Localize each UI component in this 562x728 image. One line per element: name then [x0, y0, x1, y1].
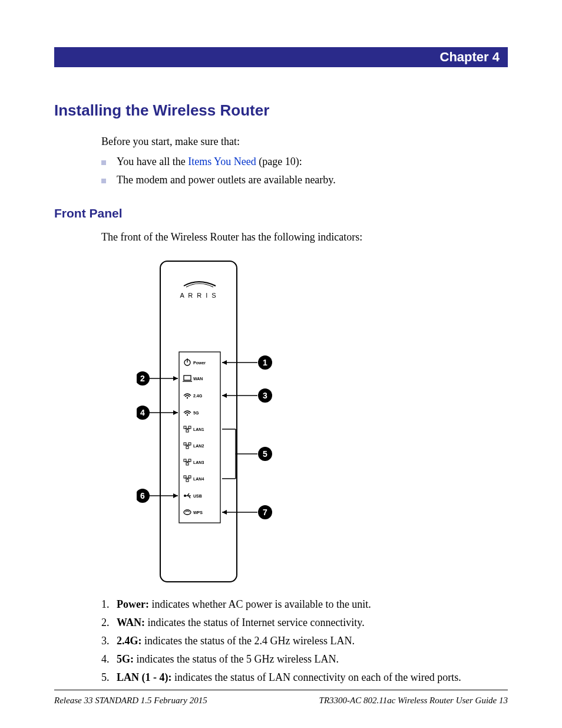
- list-item: 4. 5G: indicates the status of the 5 GHz…: [101, 653, 508, 666]
- footer-right: TR3300-AC 802.11ac Wireless Router User …: [319, 696, 508, 706]
- svg-text:5: 5: [263, 449, 267, 459]
- svg-text:LAN2: LAN2: [193, 444, 204, 448]
- chapter-bar: Chapter 4: [54, 47, 508, 67]
- list-label: 5G:: [117, 653, 134, 665]
- intro-text: Before you start, make sure that:: [101, 134, 508, 150]
- footer-left: Release 33 STANDARD 1.5 February 2015: [54, 696, 207, 706]
- list-text: indicates the status of the 5 GHz wirele…: [134, 653, 339, 665]
- svg-text:USB: USB: [193, 494, 202, 498]
- svg-text:WAN: WAN: [193, 377, 203, 381]
- list-number: 5.: [101, 671, 117, 684]
- svg-text:Power: Power: [193, 361, 206, 365]
- list-item: The modem and power outlets are availabl…: [101, 174, 508, 186]
- page: Chapter 4 Installing the Wireless Router…: [0, 0, 562, 728]
- svg-text:2: 2: [140, 374, 145, 383]
- list-item: 3. 2.4G: indicates the status of the 2.4…: [101, 635, 508, 647]
- list-item: 1. Power: indicates whether AC power is …: [101, 598, 508, 611]
- page-title: Installing the Wireless Router: [54, 101, 508, 120]
- bullet-icon: [101, 160, 106, 165]
- section-heading: Front Panel: [54, 206, 508, 220]
- list-label: WAN:: [117, 617, 145, 628]
- list-text: indicates the status of the 2.4 GHz wire…: [142, 635, 355, 647]
- svg-text:LAN4: LAN4: [193, 477, 204, 481]
- svg-text:LAN3: LAN3: [193, 460, 204, 465]
- list-text: indicates the status of Internet service…: [145, 617, 365, 628]
- list-label: 2.4G:: [117, 635, 142, 647]
- svg-point-10: [187, 414, 188, 416]
- list-number: 2.: [101, 617, 117, 629]
- numbered-list: 1. Power: indicates whether AC power is …: [101, 598, 508, 684]
- list-number: 3.: [101, 635, 117, 647]
- svg-text:5G: 5G: [193, 411, 199, 415]
- footer-rule: [54, 690, 508, 690]
- svg-text:4: 4: [140, 408, 145, 417]
- svg-text:7: 7: [263, 508, 267, 517]
- footer: Release 33 STANDARD 1.5 February 2015 TR…: [54, 696, 508, 706]
- bullet-text: The modem and power outlets are availabl…: [117, 174, 336, 186]
- list-label: LAN (1 - 4):: [117, 671, 171, 683]
- svg-text:LAN1: LAN1: [193, 427, 204, 431]
- bullet-text: (page 10):: [256, 156, 302, 167]
- bullet-icon: [101, 179, 106, 183]
- list-number: 1.: [101, 598, 117, 611]
- chapter-label: Chapter 4: [440, 50, 500, 65]
- svg-point-8: [187, 397, 188, 398]
- brand-text: A R R I S: [180, 292, 217, 299]
- svg-text:WPS: WPS: [193, 510, 203, 515]
- list-text: indicates whether AC power is available …: [149, 598, 371, 610]
- list-item: 5. LAN (1 - 4): indicates the status of …: [101, 671, 508, 684]
- list-item: You have all the Items You Need (page 10…: [101, 156, 508, 168]
- bullet-text: You have all the: [117, 156, 188, 167]
- list-text: indicates the status of LAN connectivity…: [171, 671, 461, 683]
- svg-text:6: 6: [140, 491, 145, 500]
- front-panel-diagram: A R R I S Power WAN 2.4G 5G: [137, 258, 325, 585]
- section-intro: The front of the Wireless Router has the…: [101, 231, 508, 243]
- list-number: 4.: [101, 653, 117, 666]
- svg-text:3: 3: [263, 391, 267, 400]
- bullet-list: You have all the Items You Need (page 10…: [101, 156, 508, 186]
- list-item: 2. WAN: indicates the status of Internet…: [101, 617, 508, 629]
- svg-text:2.4G: 2.4G: [193, 394, 203, 398]
- svg-text:1: 1: [263, 358, 267, 367]
- list-label: Power:: [117, 598, 149, 610]
- items-you-need-link[interactable]: Items You Need: [188, 156, 256, 167]
